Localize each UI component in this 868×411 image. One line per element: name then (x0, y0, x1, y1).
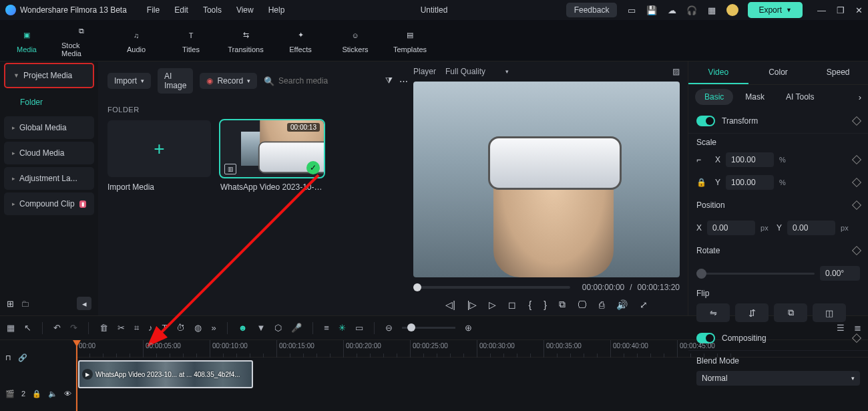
volume-button[interactable]: 🔊 (616, 299, 628, 310)
zoom-out-button[interactable]: ⊖ (385, 323, 393, 333)
tab-media[interactable]: ▣Media (7, 28, 47, 53)
delete-button[interactable]: 🗑 (99, 323, 108, 333)
magnet-icon[interactable]: ⊓ (5, 354, 11, 362)
subtab-basic[interactable]: Basic (695, 89, 733, 105)
crop-button[interactable]: ⧉ (559, 299, 566, 310)
highlight-icon[interactable]: ✳ (339, 323, 346, 333)
color-tool-icon[interactable]: ◍ (194, 323, 202, 333)
timeline-view-icon[interactable]: ☰ (837, 323, 845, 333)
export-button[interactable]: Export ▼ (748, 2, 803, 18)
minimize-button[interactable]: — (817, 5, 826, 15)
ai-button[interactable]: ☻ (238, 323, 248, 333)
undo-button[interactable]: ↶ (53, 323, 61, 333)
save-icon[interactable]: 💾 (646, 5, 657, 15)
feedback-button[interactable]: Feedback (566, 3, 618, 17)
crop-tool-button[interactable]: ⌗ (134, 323, 139, 333)
rotate-slider[interactable] (696, 273, 815, 275)
camera-icon[interactable]: ⎙ (599, 299, 604, 310)
keyframe-icon[interactable] (852, 178, 861, 187)
redo-button[interactable]: ↷ (70, 323, 77, 333)
flip-copy-button[interactable]: ⧉ (774, 303, 807, 322)
ai-image-button[interactable]: AI Image (158, 68, 193, 94)
pos-x-input[interactable]: 0.00 (707, 221, 755, 235)
keyframe-icon[interactable] (852, 200, 861, 210)
fullscreen-button[interactable]: ⤢ (640, 299, 648, 310)
snapshot-icon[interactable]: ▨ (672, 67, 680, 76)
maximize-button[interactable]: ❐ (837, 5, 845, 15)
keyframe-icon[interactable] (852, 246, 861, 255)
search-input[interactable] (278, 76, 379, 86)
sidebar-folder-label[interactable]: Folder (0, 90, 98, 115)
prev-frame-button[interactable]: ◁| (445, 299, 455, 310)
preview-canvas[interactable] (413, 82, 680, 277)
timeline-settings-icon[interactable]: ≣ (854, 323, 861, 333)
timeline-tracks[interactable]: 00:0000:00:05:0000:00:10:0000:00:15:0000… (76, 340, 868, 411)
sidebar-item-compound-clip[interactable]: ▸Compound Clip▮ (4, 192, 94, 215)
speed-tool-icon[interactable]: ⏱ (176, 323, 185, 333)
link-icon[interactable]: 🔗 (18, 354, 27, 362)
new-bin-icon[interactable]: ⊞ (7, 299, 14, 309)
keyframe-icon[interactable] (852, 155, 861, 164)
tab-stickers[interactable]: ☺Stickers (335, 28, 375, 53)
sidebar-item-adjustment-layer[interactable]: ▸Adjustment La... (4, 167, 94, 190)
mixer-icon[interactable]: ≡ (324, 323, 329, 333)
apps-icon[interactable]: ▦ (706, 5, 717, 15)
menu-view[interactable]: View (236, 5, 254, 15)
menu-tools[interactable]: Tools (203, 5, 222, 15)
flip-vertical-button[interactable]: ⇵ (735, 303, 769, 322)
quality-dropdown[interactable]: Full Quality▾ (445, 67, 509, 76)
mic-icon[interactable]: 🎤 (291, 323, 302, 333)
new-folder-icon[interactable]: 🗀 (21, 299, 29, 309)
flip-horizontal-button[interactable]: ⇋ (696, 303, 730, 322)
rotate-input[interactable]: 0.00° (820, 266, 860, 281)
play-from-start-button[interactable]: |▷ (467, 299, 477, 310)
keyframe-icon[interactable] (852, 116, 861, 126)
marker-icon[interactable]: ▼ (256, 323, 265, 333)
subtab-ai-tools[interactable]: AI Tools (777, 89, 823, 105)
tab-effects[interactable]: ✦Effects (280, 28, 320, 53)
playhead[interactable] (76, 340, 77, 411)
tab-audio[interactable]: ♫Audio (116, 28, 156, 53)
mute-icon[interactable]: 🔈 (48, 390, 57, 398)
pos-y-input[interactable]: 0.00 (787, 221, 835, 235)
split-button[interactable]: ✂ (118, 323, 125, 333)
lock-icon[interactable]: 🔒 (32, 390, 41, 398)
tab-speed-props[interactable]: Speed (808, 61, 868, 84)
menu-file[interactable]: File (147, 5, 160, 15)
timeline-clip[interactable]: ▶ WhatsApp Video 2023-10... at ... 408.3… (78, 360, 253, 388)
time-ruler[interactable]: 00:0000:00:05:0000:00:10:0000:00:15:0000… (76, 340, 868, 358)
video-track-header[interactable]: 🎬 2 🔒 🔈 👁 (0, 376, 75, 412)
stop-button[interactable]: ◻ (508, 299, 516, 310)
sidebar-item-global-media[interactable]: ▸Global Media (4, 116, 94, 139)
audio-tool-icon[interactable]: ♪ (148, 323, 153, 333)
display-button[interactable]: 🖵 (578, 299, 587, 310)
tab-color-props[interactable]: Color (748, 61, 809, 84)
tab-templates[interactable]: ▤Templates (390, 28, 430, 53)
import-media-tile[interactable]: + Import Media (107, 120, 211, 192)
media-clip-tile[interactable]: 00:00:13 ▥ ✓ WhatsApp Video 2023-10-05..… (220, 120, 324, 192)
subtab-mask[interactable]: Mask (736, 89, 774, 105)
pointer-icon[interactable]: ↖ (24, 323, 31, 333)
chevron-right-icon[interactable]: › (859, 92, 861, 102)
grid-icon[interactable]: ▦ (7, 323, 15, 333)
screen-icon[interactable]: ▭ (626, 5, 637, 15)
flip-reset-button[interactable]: ◫ (813, 303, 846, 322)
more-tools-icon[interactable]: » (211, 323, 216, 333)
zoom-in-button[interactable]: ⊕ (465, 323, 472, 333)
headphones-icon[interactable]: 🎧 (686, 5, 697, 15)
import-dropdown[interactable]: Import▾ (107, 73, 151, 89)
scale-y-input[interactable]: 100.00 (726, 175, 774, 190)
tab-transitions[interactable]: ⇆Transitions (226, 28, 266, 53)
tab-video-props[interactable]: Video (688, 61, 748, 84)
lock-icon[interactable]: 🔒 (696, 178, 710, 187)
zoom-slider[interactable] (402, 327, 455, 329)
shield-icon[interactable]: ⬡ (274, 323, 282, 333)
seek-bar[interactable] (413, 286, 570, 289)
filter-icon[interactable]: ⧩ (385, 76, 393, 86)
render-icon[interactable]: ▭ (355, 323, 363, 333)
search-media[interactable]: 🔍 (264, 76, 379, 86)
visibility-icon[interactable]: 👁 (64, 390, 71, 398)
avatar-icon[interactable] (726, 4, 738, 16)
menu-edit[interactable]: Edit (174, 5, 188, 15)
sidebar-item-project-media[interactable]: ▼ Project Media (4, 63, 94, 88)
